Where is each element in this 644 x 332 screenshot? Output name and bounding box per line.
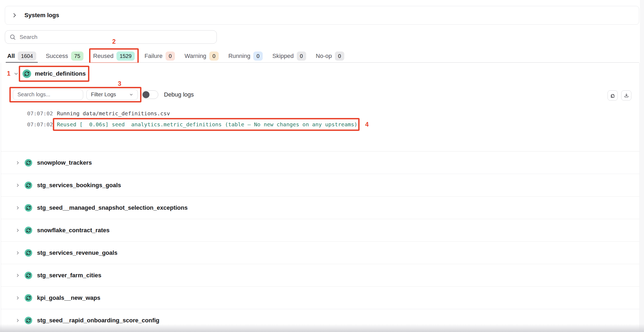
tab-count-badge: 1604 — [18, 51, 36, 61]
status-tabs: All 1604 Success 75 Reused 1529 2 Failur… — [7, 50, 639, 63]
tab-label: Skipped — [272, 53, 294, 60]
annotation-number-4: 4 — [365, 121, 369, 128]
annotation-number-2: 2 — [112, 38, 116, 45]
reused-refresh-icon — [25, 294, 32, 302]
reused-refresh-icon — [25, 204, 32, 212]
filter-logs-select[interactable]: Filter Logs — [86, 89, 138, 100]
node-row-stg_seed__rapid_onboarding_score_config[interactable]: stg_seed__rapid_onboarding_score_config — [1, 309, 639, 332]
node-rows: snowplow_trackers stg_services_bookings_… — [1, 152, 639, 332]
reused-refresh-icon — [25, 317, 32, 324]
tab-count-badge: 0 — [253, 51, 263, 61]
node-name: stg_server_farm_cities — [37, 272, 101, 279]
search-input[interactable] — [20, 34, 217, 40]
tab-failure[interactable]: Failure 0 — [144, 50, 175, 62]
node-name: kpi_goals__new_waps — [37, 294, 100, 301]
tab-success[interactable]: Success 75 — [46, 50, 83, 62]
log-timestamp: 07:07:02 — [27, 121, 55, 128]
reused-refresh-icon — [25, 249, 32, 257]
log-line: 07:07:02 Running data/metric_definitions… — [1, 108, 639, 119]
chevron-right-icon[interactable] — [16, 273, 21, 278]
copy-icon — [610, 93, 616, 98]
node-name: stg_services_bookings_goals — [37, 182, 121, 189]
node-row-stg_services_revenue_goals[interactable]: stg_services_revenue_goals — [1, 242, 639, 264]
expanded-node-row[interactable]: 1 metric_definitions — [1, 63, 639, 84]
download-icon — [624, 93, 629, 98]
tab-label: Warning — [185, 53, 206, 60]
search-icon — [9, 34, 16, 40]
annotation-number-1: 1 — [7, 70, 11, 77]
tab-count-badge: 0 — [166, 51, 175, 61]
page-right-gutter — [640, 0, 644, 332]
reused-refresh-icon — [25, 227, 32, 234]
node-name: snowflake_contract_rates — [37, 227, 109, 234]
tab-no-op[interactable]: No-op 0 — [316, 50, 344, 62]
tab-count-badge: 0 — [209, 51, 219, 61]
tab-warning[interactable]: Warning 0 — [185, 50, 219, 62]
log-timestamp: 07:07:02 — [27, 110, 55, 117]
tab-reused[interactable]: Reused 1529 2 — [93, 50, 135, 62]
copy-logs-button[interactable] — [608, 90, 618, 101]
log-filter-group: 3 Filter Logs — [13, 89, 138, 100]
debug-logs-toggle[interactable] — [141, 90, 158, 99]
filter-logs-label: Filter Logs — [91, 91, 116, 98]
reused-refresh-icon — [23, 69, 31, 78]
chevron-down-icon[interactable] — [13, 71, 19, 76]
debug-logs-label: Debug logs — [164, 91, 194, 98]
node-name: stg_services_revenue_goals — [37, 249, 118, 256]
chevron-right-icon[interactable] — [16, 251, 21, 255]
log-search-input[interactable] — [13, 89, 83, 100]
tab-label: Reused — [93, 53, 114, 60]
chevron-right-icon[interactable] — [16, 318, 21, 323]
node-row-snowflake_contract_rates[interactable]: snowflake_contract_rates — [1, 219, 639, 242]
log-line: 07:07:02 Reused [ 0.06s] seed analytics.… — [1, 119, 639, 130]
node-row-kpi_goals__new_waps[interactable]: kpi_goals__new_waps — [1, 287, 639, 309]
tab-count-badge: 75 — [71, 51, 83, 61]
tab-all[interactable]: All 1604 — [7, 50, 36, 62]
node-row-snowplow_trackers[interactable]: snowplow_trackers — [1, 152, 639, 174]
global-search[interactable] — [5, 30, 217, 44]
node-row-stg_services_bookings_goals[interactable]: stg_services_bookings_goals — [1, 174, 639, 197]
annotation-number-3: 3 — [118, 80, 121, 87]
chevron-right-icon[interactable] — [12, 12, 17, 18]
node-row-stg_server_farm_cities[interactable]: stg_server_farm_cities — [1, 264, 639, 287]
download-logs-button[interactable] — [621, 90, 631, 101]
chevron-right-icon[interactable] — [16, 296, 21, 300]
tab-label: Success — [46, 53, 68, 60]
toggle-knob — [142, 91, 149, 98]
tab-running[interactable]: Running 0 — [228, 50, 263, 62]
chevron-right-icon[interactable] — [16, 206, 21, 210]
chevron-right-icon[interactable] — [16, 161, 21, 165]
chevron-right-icon[interactable] — [16, 228, 21, 233]
log-output: 07:07:02 Running data/metric_definitions… — [1, 105, 639, 152]
tab-label: All — [7, 53, 15, 60]
log-message: Running data/metric_definitions.csv — [55, 110, 170, 117]
reused-refresh-icon — [25, 272, 32, 279]
log-list-container: 1 metric_definitions 3 Filter Logs — [1, 63, 640, 332]
node-name: stg_seed__managed_snapshot_selection_exc… — [37, 204, 188, 211]
tab-count-badge: 1529 — [116, 51, 135, 61]
log-message: Reused [ 0.06s] seed analytics.metric_de… — [55, 121, 357, 128]
tab-skipped[interactable]: Skipped 0 — [272, 50, 306, 62]
expanded-node-name: metric_definitions — [35, 70, 86, 77]
node-row-stg_seed__managed_snapshot_selection_exceptions[interactable]: stg_seed__managed_snapshot_selection_exc… — [1, 197, 639, 219]
tab-count-badge: 0 — [297, 51, 306, 61]
expanded-node-title-group: metric_definitions — [21, 69, 87, 79]
reused-refresh-icon — [25, 159, 32, 167]
tab-label: Failure — [144, 53, 162, 60]
tab-count-badge: 0 — [335, 51, 344, 61]
tab-label: Running — [228, 53, 250, 60]
annotation-box-4 — [53, 118, 360, 131]
reused-refresh-icon — [25, 182, 32, 189]
page-title: System logs — [24, 12, 59, 19]
log-toolbar: 3 Filter Logs Debug logs — [1, 84, 639, 105]
chevron-right-icon[interactable] — [16, 183, 21, 187]
node-name: stg_seed__rapid_onboarding_score_config — [37, 317, 159, 324]
node-name: snowplow_trackers — [37, 159, 92, 166]
tab-label: No-op — [316, 53, 332, 60]
chevron-down-icon — [129, 93, 133, 97]
system-logs-header-card[interactable]: System logs — [5, 6, 639, 25]
